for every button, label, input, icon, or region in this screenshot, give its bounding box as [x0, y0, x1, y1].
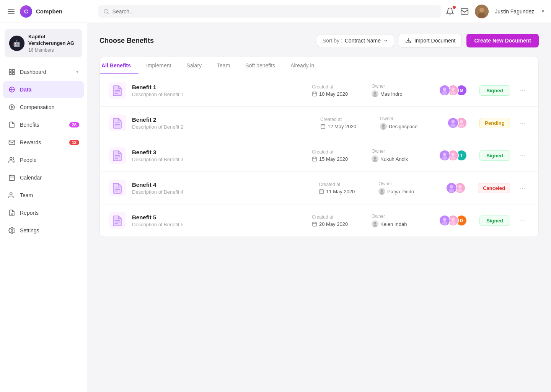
sort-dropdown[interactable]: Sort by : Contract Name [317, 34, 394, 47]
more-options-button-4[interactable]: ··· [516, 215, 529, 226]
avatars-group-4: D [439, 215, 467, 226]
benefit-desc-0: Description of Benefit 1 [132, 91, 306, 97]
svg-rect-1 [461, 8, 468, 14]
page-title: Choose Benefits [99, 37, 154, 45]
benefit-date-2: Created at 15 May 2020 [312, 149, 365, 162]
more-options-button-0[interactable]: ··· [516, 85, 529, 96]
user-chevron-icon[interactable]: ▼ [541, 9, 545, 13]
search-input[interactable] [112, 8, 436, 15]
table-row: Benefit 5 Description of Benefit 5 Creat… [100, 204, 538, 237]
tab-implement[interactable]: Implement [139, 57, 179, 74]
search-bar[interactable] [98, 5, 441, 18]
import-button[interactable]: Import Document [399, 34, 462, 47]
sidebar-item-people[interactable]: People [3, 152, 84, 168]
layout: 🤖 Kapitol Versicherungen AG 16 Members D… [0, 23, 551, 392]
sidebar-item-calendar[interactable]: Calendar [3, 169, 84, 186]
svg-point-89 [451, 218, 455, 221]
tab-already-in[interactable]: Already in [283, 57, 322, 74]
create-button[interactable]: Create New Document [466, 34, 539, 47]
svg-rect-9 [9, 72, 11, 74]
sidebar-label-reports: Reports [20, 210, 79, 216]
sidebar-nav: Dashboard ▼ Data Compensation [0, 64, 87, 240]
page-header: Choose Benefits Sort by : Contract Name … [99, 34, 539, 47]
sidebar-label-dashboard: Dashboard [20, 69, 72, 75]
benefit-name-3: Benefit 4 [132, 181, 313, 188]
svg-point-48 [459, 124, 464, 127]
benefit-info-3: Benefit 4 Description of Benefit 4 [132, 181, 313, 195]
svg-point-27 [373, 92, 376, 95]
sort-label: Sort by : [323, 38, 342, 44]
sidebar-item-settings[interactable]: Settings [3, 222, 84, 239]
svg-point-3 [479, 8, 484, 12]
more-options-button-2[interactable]: ··· [516, 150, 529, 161]
hamburger-menu[interactable] [6, 7, 16, 16]
benefit-owner-3: Owner Patya Pindo [378, 181, 440, 195]
svg-point-4 [478, 13, 486, 18]
benefit-date-1: Created at 12 May 2020 [320, 117, 374, 129]
svg-point-84 [373, 224, 377, 227]
mail-button[interactable] [460, 7, 469, 16]
calendar-small-icon [312, 156, 317, 162]
notification-button[interactable] [446, 7, 454, 16]
owner-avatar-1 [380, 123, 387, 130]
mail-icon [460, 7, 469, 16]
status-badge-3: Canceled [478, 183, 510, 193]
more-options-button-1[interactable]: ··· [516, 118, 529, 129]
tab-team[interactable]: Team [209, 57, 238, 74]
svg-text:🤖: 🤖 [13, 40, 21, 47]
avatar [475, 5, 489, 18]
owner-avatar-2 [372, 155, 378, 162]
svg-point-55 [373, 157, 376, 160]
owner-avatar-0 [372, 90, 378, 97]
sidebar-item-reports[interactable]: Reports [3, 204, 84, 221]
app-name: Compben [36, 8, 62, 15]
sort-value: Contract Name [345, 38, 381, 44]
sidebar-item-dashboard[interactable]: Dashboard ▼ [3, 64, 84, 80]
data-icon [8, 85, 16, 94]
svg-point-87 [442, 221, 447, 225]
doc-icon-3 [109, 180, 126, 196]
org-info: Kapitol Versicherungen AG 16 Members [28, 34, 78, 53]
rewards-icon [8, 138, 16, 147]
table-row: Benefit 4 Description of Benefit 4 Creat… [100, 172, 538, 204]
status-badge-4: Signed [479, 216, 510, 226]
svg-point-0 [104, 9, 108, 13]
benefit-owner-2: Owner Kukuh Andik [372, 149, 433, 162]
status-badge-2: Signed [479, 150, 510, 161]
benefit-date-3: Created at 11 May 2020 [319, 182, 372, 194]
sidebar-label-settings: Settings [20, 227, 79, 234]
sidebar-item-benefits[interactable]: Benefits 28 [3, 116, 84, 133]
svg-point-75 [458, 185, 462, 189]
benefit-info-1: Benefit 2 Description of Benefit 2 [132, 116, 314, 130]
org-card: 🤖 Kapitol Versicherungen AG 16 Members [5, 29, 82, 57]
table-row: Benefit 1 Description of Benefit 1 Creat… [100, 74, 538, 107]
more-options-button-3[interactable]: ··· [516, 183, 529, 194]
sidebar-item-data[interactable]: Data [3, 81, 84, 98]
svg-point-58 [443, 153, 446, 156]
tab-all-benefits[interactable]: All Benefits [100, 57, 139, 74]
svg-point-31 [442, 91, 447, 95]
svg-point-47 [460, 120, 463, 124]
svg-rect-15 [9, 175, 15, 181]
calendar-small-icon [312, 221, 317, 227]
tab-salary[interactable]: Salary [179, 57, 209, 74]
svg-rect-8 [13, 69, 15, 71]
topbar-right: Justin Fagundez ▼ [446, 5, 545, 18]
calendar-small-icon [320, 124, 326, 129]
benefit-owner-4: Owner Kelen Indah [372, 214, 433, 227]
tab-soft-benefits[interactable]: Soft benefits [238, 57, 283, 74]
sidebar-item-rewards[interactable]: Rewards 12 [3, 134, 84, 151]
notification-badge [453, 6, 456, 9]
svg-point-42 [381, 127, 385, 130]
sidebar-item-compensation[interactable]: Compensation [3, 99, 84, 116]
topbar: C Compben Justin Fagundez ▼ [0, 0, 551, 23]
benefits-icon [8, 121, 16, 129]
sidebar-item-team[interactable]: Team [3, 187, 84, 204]
svg-point-19 [11, 230, 13, 232]
svg-rect-67 [320, 189, 324, 194]
benefit-info-2: Benefit 3 Description of Benefit 3 [132, 149, 306, 162]
settings-icon [8, 226, 16, 235]
benefit-info-0: Benefit 1 Description of Benefit 1 [132, 84, 306, 97]
benefit-desc-4: Description of Benefit 5 [132, 222, 306, 227]
avatars-group-0: M [439, 85, 467, 96]
